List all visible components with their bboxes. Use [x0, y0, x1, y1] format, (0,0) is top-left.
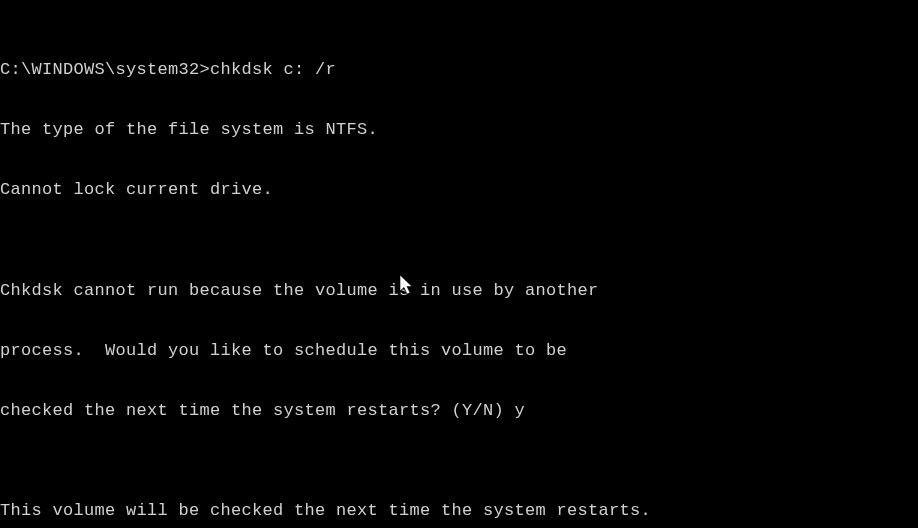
terminal-output[interactable]: C:\WINDOWS\system32>chkdsk c: /r The typ…: [0, 20, 918, 528]
command-text: chkdsk c: /r: [210, 60, 336, 79]
terminal-line: checked the next time the system restart…: [0, 401, 918, 421]
terminal-line: process. Would you like to schedule this…: [0, 341, 918, 361]
terminal-line: The type of the file system is NTFS.: [0, 120, 918, 140]
terminal-line: C:\WINDOWS\system32>chkdsk c: /r: [0, 60, 918, 80]
terminal-line: Chkdsk cannot run because the volume is …: [0, 281, 918, 301]
terminal-line: This volume will be checked the next tim…: [0, 501, 918, 521]
terminal-line: Cannot lock current drive.: [0, 180, 918, 200]
prompt: C:\WINDOWS\system32>: [0, 60, 210, 79]
